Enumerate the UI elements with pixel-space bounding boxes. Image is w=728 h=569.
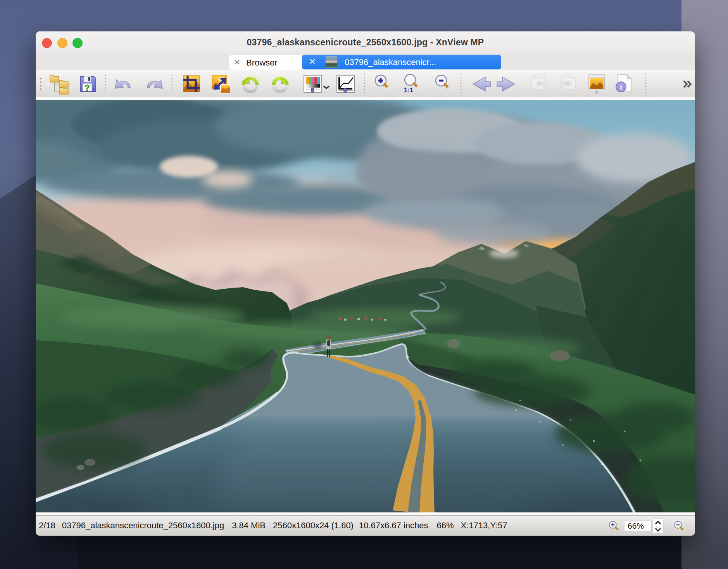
svg-text:?: ?	[85, 83, 90, 93]
svg-text:66%: 66%	[628, 521, 644, 530]
svg-text:1:1: 1:1	[404, 86, 414, 94]
svg-text:i: i	[620, 83, 622, 91]
